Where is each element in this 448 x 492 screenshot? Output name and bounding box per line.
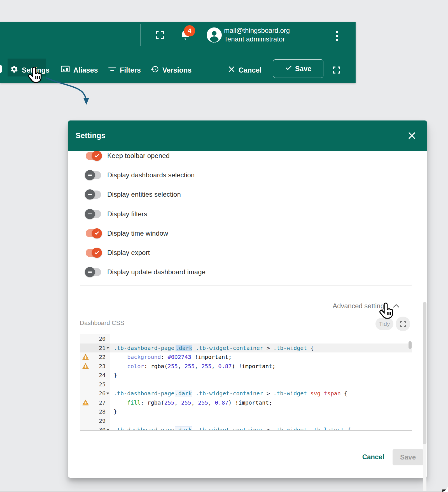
toggle-label: Display export <box>107 249 150 257</box>
dialog-header: Settings <box>68 120 427 151</box>
toggle-row-keep-toolbar-opened[interactable]: Keep toolbar opened <box>86 150 406 162</box>
line-number: 20 <box>99 335 106 342</box>
dialog-title: Settings <box>76 131 106 140</box>
toggle-label: Display time window <box>107 229 168 237</box>
code-text: .tb-dashboard-page.dark .tb-widget-conta… <box>110 425 412 431</box>
toolbar-divider <box>141 24 141 46</box>
fullscreen-icon[interactable] <box>154 29 166 41</box>
toolbar-item-filters[interactable]: Filters <box>108 64 141 76</box>
save-button-toolbar[interactable]: Save <box>273 59 323 78</box>
toggle-switch[interactable] <box>86 268 101 276</box>
toggle-row-display-time-window[interactable]: Display time window <box>86 227 406 240</box>
code-line-30[interactable]: 30.tb-dashboard-page.dark .tb-widget-con… <box>80 425 412 431</box>
warning-icon: ! <box>82 400 89 407</box>
check-icon <box>285 64 292 73</box>
code-text <box>110 334 412 344</box>
gutter-cell: !22 <box>80 352 110 362</box>
gutter-cell: 20 <box>80 334 110 344</box>
toggle-label: Display update dashboard image <box>107 268 206 276</box>
gutter-cell: 24 <box>80 371 110 380</box>
code-text: background: #0D2743 !important; <box>110 352 412 362</box>
toggle-thumb <box>85 267 95 277</box>
code-text <box>110 380 412 389</box>
gutter-cell: 29 <box>80 416 110 426</box>
svg-text:!: ! <box>85 365 86 369</box>
code-line-23[interactable]: !23 color: rgba(255, 255, 255, 0.87) !im… <box>80 362 412 371</box>
toggle-switch[interactable] <box>86 171 101 179</box>
gutter-cell: !27 <box>80 398 110 407</box>
code-line-24[interactable]: 24} <box>80 371 412 380</box>
close-icon[interactable] <box>407 131 417 141</box>
hand-cursor-icon <box>27 67 43 84</box>
code-line-22[interactable]: !22 background: #0D2743 !important; <box>80 352 412 362</box>
line-number: 25 <box>99 381 106 388</box>
code-line-26[interactable]: 26.tb-dashboard-page.dark .tb-widget-con… <box>80 389 412 398</box>
warning-icon: ! <box>82 363 89 370</box>
toggle-row-display-export[interactable]: Display export <box>86 247 406 259</box>
toolbar-settings-panel: Keep toolbar openedDisplay dashboards se… <box>80 151 412 286</box>
minus-icon <box>88 194 92 195</box>
toggle-row-display-update-dashboard-image[interactable]: Display update dashboard image <box>86 266 406 278</box>
notification-badge: 4 <box>184 25 195 36</box>
toggle-thumb <box>85 170 95 180</box>
code-text: color: rgba(255, 255, 255, 0.87) !import… <box>110 362 412 371</box>
code-text: } <box>110 407 412 416</box>
toolbar-item-label: Filters <box>120 66 141 74</box>
css-code-editor[interactable]: 2021.tb-dashboard-page.dark .tb-widget-c… <box>80 333 412 431</box>
code-line-28[interactable]: 28} <box>80 407 412 416</box>
code-line-27[interactable]: !27 fill: rgba(255, 255, 255, 0.87) !imp… <box>80 398 412 407</box>
fold-arrow-icon[interactable] <box>106 429 109 431</box>
toggle-thumb <box>92 228 102 238</box>
avatar[interactable] <box>207 27 222 43</box>
history-icon <box>151 65 159 75</box>
fold-arrow-icon[interactable] <box>106 347 109 349</box>
text-cursor <box>175 344 175 351</box>
dialog-scrollbar-thumb[interactable] <box>423 302 426 444</box>
line-number: 21 <box>99 345 106 351</box>
screenshot-page: 4 mail@thingsboard.org Tenant administra… <box>0 0 448 492</box>
gutter-cell: 25 <box>80 380 110 389</box>
svg-text:!: ! <box>85 401 86 405</box>
editor-scrollbar-thumb[interactable] <box>409 341 412 349</box>
code-line-21[interactable]: 21.tb-dashboard-page.dark .tb-widget-con… <box>80 344 412 353</box>
cancel-button-toolbar[interactable]: Cancel <box>228 64 262 76</box>
code-line-29[interactable]: 29 <box>80 416 412 426</box>
toggle-row-display-filters[interactable]: Display filters <box>86 208 406 220</box>
code-lines: 2021.tb-dashboard-page.dark .tb-widget-c… <box>80 334 412 431</box>
toggle-switch[interactable] <box>86 229 101 237</box>
toggle-row-display-entities-selection[interactable]: Display entities selection <box>86 188 406 201</box>
toggle-switch[interactable] <box>86 191 101 199</box>
save-button[interactable]: Save <box>393 449 423 465</box>
dashboard-css-label: Dashboard CSS <box>80 319 124 327</box>
toggle-switch[interactable] <box>86 152 101 160</box>
code-text: .tb-dashboard-page.dark .tb-widget-conta… <box>110 344 412 353</box>
fullscreen-icon[interactable] <box>396 317 410 331</box>
code-line-25[interactable]: 25 <box>80 380 412 389</box>
check-icon <box>95 231 99 235</box>
close-icon <box>228 66 235 75</box>
user-info[interactable]: mail@thingsboard.org Tenant administrato… <box>224 26 290 43</box>
toggle-switch[interactable] <box>86 249 101 257</box>
minus-icon <box>88 213 92 214</box>
fullscreen-icon[interactable] <box>332 65 342 75</box>
warning-icon: ! <box>82 354 89 361</box>
cancel-button[interactable]: Cancel <box>356 450 390 464</box>
code-text: fill: rgba(255, 255, 255, 0.87) !importa… <box>110 398 412 407</box>
kebab-menu-icon[interactable] <box>333 29 341 43</box>
toolbar-item-label: Aliases <box>73 66 98 74</box>
cancel-label: Cancel <box>239 66 262 74</box>
check-icon <box>95 153 99 157</box>
toggle-label: Display filters <box>107 210 147 218</box>
code-line-20[interactable]: 20 <box>80 334 412 344</box>
gutter-cell: 26 <box>80 389 110 398</box>
minus-icon <box>88 271 92 272</box>
toolbar-item-versions[interactable]: Versions <box>151 64 192 76</box>
gutter-cell: 30 <box>80 425 110 431</box>
line-number: 30 <box>99 426 106 431</box>
toggle-label: Keep toolbar opened <box>107 152 170 160</box>
toggle-switch[interactable] <box>86 210 101 218</box>
toggle-row-display-dashboards-selection[interactable]: Display dashboards selection <box>86 169 406 181</box>
toggle-thumb <box>92 151 102 161</box>
fold-arrow-icon[interactable] <box>106 393 109 394</box>
toolbar-divider <box>219 59 219 78</box>
